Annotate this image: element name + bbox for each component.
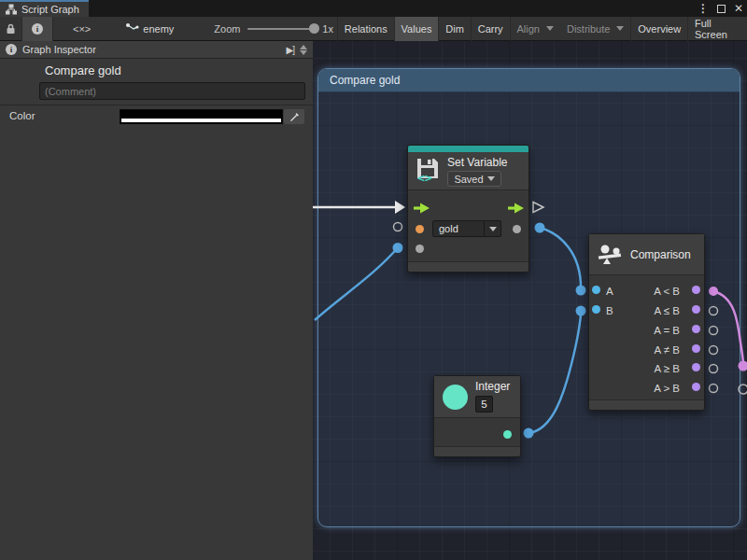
flow-out-port[interactable] bbox=[508, 203, 525, 214]
chevron-down-icon bbox=[546, 26, 554, 31]
close-icon[interactable]: ✕ bbox=[734, 0, 743, 17]
unity-script-graph-window: Script Graph ⋮ ✕ i <×> enemy bbox=[0, 0, 747, 560]
comparison-scale-icon bbox=[597, 242, 623, 268]
output-label: A ≤ B bbox=[655, 305, 680, 316]
output-label: A = B bbox=[654, 325, 680, 336]
output-a-gte-b-port[interactable] bbox=[692, 363, 700, 371]
fullscreen-button[interactable]: Full Screen bbox=[688, 17, 747, 41]
output-a-gt-b-port[interactable] bbox=[692, 383, 700, 391]
node-footer bbox=[589, 399, 704, 410]
tab-label: Script Graph bbox=[21, 4, 79, 15]
info-icon: i bbox=[6, 44, 17, 55]
input-b-port[interactable] bbox=[592, 305, 600, 314]
output-a-less-b-port[interactable] bbox=[692, 286, 700, 294]
window-tab-bar: Script Graph ⋮ ✕ bbox=[0, 0, 747, 17]
chevron-down-icon bbox=[616, 26, 624, 31]
node-title: Set Variable bbox=[447, 156, 507, 169]
svg-text:<>: <> bbox=[417, 171, 432, 184]
zoom-label: Zoom bbox=[214, 23, 240, 35]
code-preview-button[interactable]: <×> bbox=[66, 17, 97, 41]
output-a-neq-b-port[interactable] bbox=[692, 344, 700, 353]
node-header[interactable]: <> Set Variable Saved bbox=[408, 152, 529, 190]
graph-canvas[interactable]: Compare gold bbox=[313, 41, 747, 560]
color-alpha-bar bbox=[121, 119, 281, 122]
carry-button[interactable]: Carry bbox=[472, 17, 510, 41]
align-label: Align bbox=[516, 23, 539, 35]
zoom-slider[interactable] bbox=[247, 28, 317, 30]
output-a-eq-b-port[interactable] bbox=[692, 325, 700, 333]
zoom-value: 1x bbox=[322, 23, 333, 35]
distribute-dropdown[interactable]: Distribute bbox=[560, 17, 630, 41]
integer-literal-icon bbox=[443, 385, 468, 410]
eyedropper-icon bbox=[289, 112, 300, 122]
relations-button[interactable]: Relations bbox=[338, 17, 394, 41]
code-icon: <×> bbox=[73, 23, 91, 35]
inspector-toggle-button[interactable]: i bbox=[21, 17, 53, 41]
color-field-label: Color bbox=[9, 110, 35, 121]
flow-in-port[interactable] bbox=[414, 203, 430, 214]
node-title: Integer bbox=[475, 380, 510, 393]
value-in-port[interactable] bbox=[416, 245, 424, 253]
output-label: A < B bbox=[654, 286, 680, 297]
color-swatch[interactable] bbox=[120, 109, 283, 124]
variable-scope-dropdown[interactable]: Saved bbox=[447, 171, 501, 187]
dock-panel-icon[interactable]: ▶] bbox=[287, 45, 294, 55]
script-graph-icon bbox=[6, 4, 17, 15]
node-integer[interactable]: Integer 5 bbox=[433, 375, 521, 457]
save-variable-icon: <> bbox=[414, 156, 442, 184]
chevron-down-icon bbox=[487, 176, 495, 181]
variable-name-port[interactable] bbox=[416, 225, 424, 233]
node-header[interactable]: Integer 5 bbox=[434, 376, 520, 418]
inspector-header: i Graph Inspector ▶] bbox=[0, 41, 313, 59]
node-comparison[interactable]: Comparison A A < B B A ≤ B A = B A ≠ B bbox=[588, 233, 705, 411]
section-divider bbox=[0, 105, 313, 105]
graph-title: Compare gold bbox=[45, 63, 121, 77]
group-header[interactable]: Compare gold bbox=[318, 69, 740, 92]
dropdown-arrow bbox=[484, 221, 500, 236]
input-b-label: B bbox=[606, 305, 613, 316]
input-a-port[interactable] bbox=[592, 286, 600, 294]
values-button[interactable]: Values bbox=[395, 17, 439, 41]
variable-kind-bar bbox=[408, 146, 529, 152]
group-label: Compare gold bbox=[330, 74, 400, 87]
output-label: A > B bbox=[654, 383, 680, 394]
node-footer bbox=[434, 446, 520, 456]
zoom-slider-handle[interactable] bbox=[309, 23, 319, 34]
panel-spinner[interactable] bbox=[300, 45, 307, 55]
lock-button[interactable] bbox=[0, 17, 21, 41]
integer-value-field[interactable]: 5 bbox=[475, 396, 493, 413]
variable-name-value: gold bbox=[433, 221, 484, 236]
graph-toolbar: i <×> enemy Zoom 1x Relations Values Dim… bbox=[0, 17, 747, 41]
eyedropper-button[interactable] bbox=[284, 109, 304, 124]
input-a-label: A bbox=[606, 286, 613, 297]
align-dropdown[interactable]: Align bbox=[510, 17, 559, 41]
integer-out-port[interactable] bbox=[503, 430, 512, 439]
graph-breadcrumb[interactable]: enemy bbox=[120, 17, 180, 41]
output-label: A ≠ B bbox=[655, 344, 680, 356]
output-a-lte-b-port[interactable] bbox=[692, 305, 700, 314]
distribute-label: Distribute bbox=[567, 23, 610, 35]
node-title: Comparison bbox=[630, 248, 691, 261]
info-icon: i bbox=[32, 23, 43, 35]
graph-inspector-panel: i Graph Inspector ▶] Compare gold Color bbox=[0, 41, 313, 560]
graph-ref-label: enemy bbox=[143, 23, 174, 35]
window-menu-icon[interactable]: ⋮ bbox=[698, 0, 709, 17]
window-controls: ⋮ ✕ bbox=[698, 0, 743, 17]
node-set-variable[interactable]: <> Set Variable Saved gold bbox=[407, 145, 529, 273]
dim-button[interactable]: Dim bbox=[439, 17, 471, 41]
variable-name-dropdown[interactable]: gold bbox=[432, 220, 501, 237]
comment-input[interactable] bbox=[39, 82, 305, 100]
graph-icon bbox=[126, 23, 139, 34]
node-footer bbox=[408, 261, 529, 272]
lock-icon bbox=[6, 23, 16, 35]
scope-label: Saved bbox=[454, 174, 483, 185]
value-out-port[interactable] bbox=[513, 225, 521, 233]
maximize-icon[interactable] bbox=[717, 5, 726, 13]
inspector-title: Graph Inspector bbox=[22, 44, 96, 55]
tab-script-graph[interactable]: Script Graph bbox=[0, 0, 89, 17]
overview-button[interactable]: Overview bbox=[631, 17, 687, 41]
node-header[interactable]: Comparison bbox=[589, 234, 704, 275]
output-label: A ≥ B bbox=[655, 363, 680, 374]
